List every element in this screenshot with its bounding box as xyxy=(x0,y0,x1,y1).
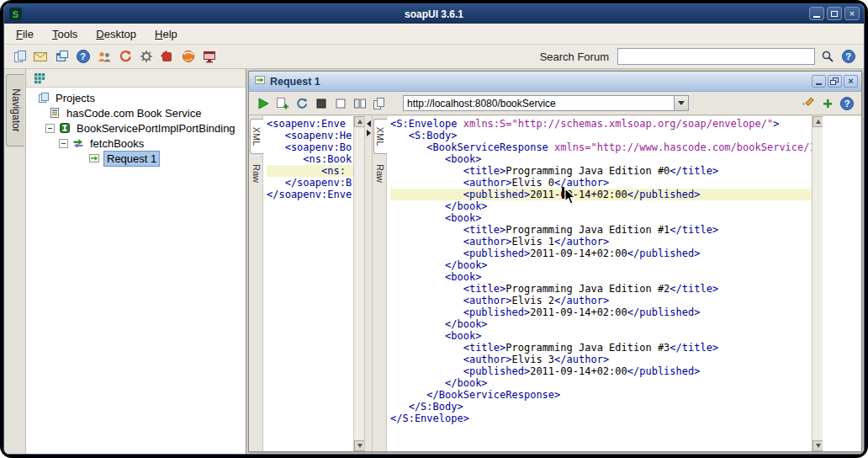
navigator-tab-label: Navigator xyxy=(10,88,22,131)
new-project-icon[interactable] xyxy=(11,48,29,66)
project-tree: Projects hasCode.com Book Service Boo xyxy=(26,88,246,454)
collapse-handle-icon[interactable] xyxy=(59,139,68,148)
menu-bar: File Tools Desktop Help xyxy=(4,24,864,45)
endpoint-url: http://localhost:8080/bookService xyxy=(404,98,674,109)
frame-close-icon: × xyxy=(848,77,853,86)
projects-icon xyxy=(37,92,50,104)
interface-icon xyxy=(58,122,71,135)
collapse-right-icon[interactable] xyxy=(367,130,371,136)
search-forum-input[interactable] xyxy=(617,48,815,65)
response-code[interactable]: <S:Envelope xmlns:S="http://schemas.xmls… xyxy=(387,116,812,451)
endpoint-combobox[interactable]: http://localhost:8080/bookService xyxy=(403,95,689,111)
proxy-settings-icon[interactable] xyxy=(116,48,134,66)
editor-area: XML Raw <soapenv:Enve <soapenv:He <soape… xyxy=(249,116,861,451)
tree-item-label: fetchBooks xyxy=(87,136,146,151)
minimize-button[interactable] xyxy=(809,7,824,20)
maximize-button[interactable] xyxy=(827,7,842,20)
tab-request-raw-label: Raw xyxy=(251,164,262,183)
tree-item-interface[interactable]: BookServicePortImplPortBinding xyxy=(26,120,246,136)
menu-desktop[interactable]: Desktop xyxy=(96,28,136,40)
user-forum-icon[interactable] xyxy=(95,48,113,66)
frame-restore-button[interactable] xyxy=(828,75,842,88)
request-view-tabs: XML Raw xyxy=(249,116,263,451)
plugins-icon[interactable] xyxy=(158,48,176,66)
tree-item-projects[interactable]: Projects xyxy=(26,90,246,105)
editor-splitter[interactable] xyxy=(364,116,373,451)
tree-item-label: BookServicePortImplPortBinding xyxy=(74,121,238,136)
main-toolbar: ? Search Forum xyxy=(4,45,864,69)
preferences-icon[interactable] xyxy=(137,48,155,66)
save-all-projects-icon[interactable] xyxy=(53,48,71,66)
tab-request-xml[interactable]: XML xyxy=(250,119,263,154)
http-monitor-icon[interactable] xyxy=(200,48,218,66)
app-window: S soapUI 3.6.1 × File Tools Desktop Help xyxy=(0,0,868,458)
request-help-icon[interactable]: ? xyxy=(839,96,855,111)
request-window: Request 1 × xyxy=(248,71,862,452)
navigator-panel: Projects hasCode.com Book Service Boo xyxy=(26,69,246,454)
request-window-icon xyxy=(254,74,266,89)
search-go-icon[interactable] xyxy=(818,48,836,66)
browser-icon[interactable] xyxy=(179,48,197,66)
navigator-tab[interactable]: Navigator xyxy=(6,74,24,146)
edit-endpoint-icon[interactable] xyxy=(801,96,816,111)
submit-request-icon[interactable] xyxy=(256,96,271,111)
copy-icon[interactable] xyxy=(372,96,387,111)
tree-item-project[interactable]: hasCode.com Book Service xyxy=(26,105,246,120)
endpoint-dropdown-button[interactable] xyxy=(674,96,688,110)
window-title: soapUI 3.6.1 xyxy=(4,8,864,20)
add-endpoint-icon[interactable] xyxy=(820,96,835,111)
request-icon xyxy=(87,152,100,165)
maximize-icon xyxy=(831,11,838,17)
help-forum-icon[interactable]: ? xyxy=(839,48,857,66)
close-button[interactable]: × xyxy=(844,7,860,20)
response-margin xyxy=(823,116,861,451)
close-icon: × xyxy=(849,9,855,19)
frame-minimize-button[interactable] xyxy=(812,75,826,88)
request-scrollbar[interactable] xyxy=(353,116,364,451)
tree-item-request[interactable]: Request 1 xyxy=(26,151,246,166)
tree-item-label: Request 1 xyxy=(103,151,160,167)
tree-item-operation[interactable]: fetchBooks xyxy=(26,136,246,151)
tab-response-xml-label: XML xyxy=(376,127,386,146)
request-code[interactable]: <soapenv:Enve <soapenv:He <soapenv:Bo <n… xyxy=(263,116,353,451)
response-scrollbar[interactable] xyxy=(812,116,823,451)
frame-close-button[interactable]: × xyxy=(844,75,858,88)
menu-file[interactable]: File xyxy=(16,28,34,40)
response-view-tabs: XML Raw xyxy=(373,116,387,451)
split-view-icon[interactable] xyxy=(352,96,368,111)
workspace-grid-icon[interactable] xyxy=(30,69,48,87)
collapse-handle-icon[interactable] xyxy=(45,124,55,133)
tab-response-xml[interactable]: XML xyxy=(373,119,387,154)
navigator-strip: Navigator xyxy=(4,69,26,454)
tab-request-raw[interactable]: Raw xyxy=(250,157,263,189)
tab-response-raw-label: Raw xyxy=(375,164,385,183)
project-icon xyxy=(48,107,61,120)
minimize-icon xyxy=(813,16,820,18)
add-to-testcase-icon[interactable] xyxy=(275,96,290,111)
resubmit-icon[interactable] xyxy=(294,96,310,111)
import-project-icon[interactable] xyxy=(32,48,50,66)
frame-restore-icon xyxy=(830,77,839,86)
operation-icon xyxy=(71,137,84,150)
request-window-titlebar[interactable]: Request 1 × xyxy=(249,72,861,92)
window-titlebar: S soapUI 3.6.1 × xyxy=(4,4,864,24)
frame-minimize-icon xyxy=(816,83,822,85)
tree-item-label: hasCode.com Book Service xyxy=(64,106,204,120)
menu-help[interactable]: Help xyxy=(155,28,177,40)
cancel-request-icon[interactable] xyxy=(314,96,329,111)
tab-request-xml-label: XML xyxy=(252,127,262,146)
search-forum-label: Search Forum xyxy=(540,51,609,63)
main-area: Navigator Projects xyxy=(4,69,864,454)
request-toolbar: http://localhost:8080/bookService ? xyxy=(249,92,861,115)
help-icon[interactable]: ? xyxy=(74,48,92,66)
navigator-toolbar xyxy=(26,69,246,88)
collapse-left-icon[interactable] xyxy=(367,120,371,127)
request-window-title: Request 1 xyxy=(270,76,320,88)
soapui-window: S soapUI 3.6.1 × File Tools Desktop Help xyxy=(3,3,865,455)
tree-item-label: Projects xyxy=(53,91,98,105)
chevron-down-icon xyxy=(678,101,685,105)
clear-content-icon[interactable] xyxy=(333,96,348,111)
tab-response-raw[interactable]: Raw xyxy=(373,157,387,189)
menu-tools[interactable]: Tools xyxy=(52,28,77,40)
